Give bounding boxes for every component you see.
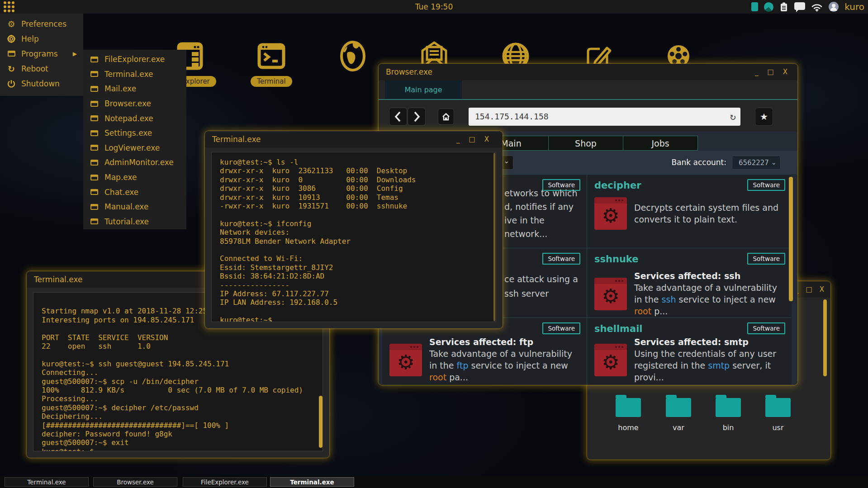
url-input[interactable]: 154.175.144.158 ↻ <box>469 108 740 126</box>
desktop-icon-terminal[interactable]: Terminal <box>253 38 289 87</box>
software-name[interactable]: sshnuke <box>594 254 639 265</box>
home-button[interactable] <box>438 109 454 125</box>
tab-underline <box>379 99 797 100</box>
card-subtitle: Services affected: smtp <box>634 337 784 347</box>
bank-account-value: 6562227 <box>739 159 769 167</box>
star-icon: ★ <box>760 111 768 122</box>
window-icon <box>90 218 98 224</box>
bank-account-dropdown[interactable]: 6562227 ⌄ <box>732 156 781 170</box>
chevron-down-icon: ⌄ <box>771 156 777 169</box>
submenu-item-logviewer[interactable]: LogViewer.exe <box>83 141 186 156</box>
window-terminal-main: Terminal.exe _ □ X kuro@test:~$ ls -l dr… <box>205 131 503 328</box>
clock: Tue 19:50 <box>0 2 868 11</box>
window-icon <box>6 49 16 59</box>
submenu-item-tutorial[interactable]: Tutorial.exe <box>83 214 186 229</box>
clipboard-icon[interactable] <box>779 2 788 12</box>
browser-page-tab[interactable]: Main page <box>385 80 462 99</box>
url-text: 154.175.144.158 <box>475 112 549 121</box>
close-button[interactable]: X <box>820 286 824 293</box>
folder-label: bin <box>723 423 734 432</box>
close-button[interactable]: X <box>484 136 489 143</box>
app-icon: ⚙ <box>594 278 627 310</box>
reload-icon[interactable]: ↻ <box>730 108 736 126</box>
taskbar-item-browser[interactable]: Browser.exe <box>93 477 177 487</box>
submenu-item-map[interactable]: Map.exe <box>83 170 186 185</box>
software-card-decipher[interactable]: decipher Software ⚙ Decrypts certain sys… <box>587 175 792 248</box>
fileexplorer-scrollbar[interactable] <box>823 299 827 376</box>
gear-icon: ⚙ <box>602 286 619 306</box>
forward-button[interactable] <box>408 108 426 126</box>
terminal-icon <box>253 38 289 74</box>
battery-icon[interactable] <box>751 2 758 11</box>
submenu-item-chat[interactable]: Chat.exe <box>83 185 186 199</box>
chat-icon[interactable] <box>794 2 805 10</box>
submenu-item-settings[interactable]: Settings.exe <box>83 126 186 141</box>
window-icon <box>90 204 98 210</box>
software-name[interactable]: shellmail <box>594 323 643 334</box>
folder-label: usr <box>772 423 783 432</box>
tab-shop[interactable]: Shop <box>548 136 623 151</box>
browser-titlebar[interactable]: Browser.exe _ □ X <box>379 64 797 80</box>
taskbar-item-fileexplorer[interactable]: FileExplorer.exe <box>183 477 267 487</box>
maximize-button[interactable]: □ <box>768 69 774 76</box>
maximize-button[interactable]: □ <box>469 136 475 143</box>
software-card-sshnuke[interactable]: sshnuke Software ⚙ Services affected: ss… <box>587 248 792 317</box>
desktop-background: FileExplorer Terminal <box>0 0 868 488</box>
folder-home[interactable]: home <box>603 394 653 432</box>
menu-item-shutdown[interactable]: Shutdown <box>0 76 83 91</box>
desktop-icon-map[interactable] <box>335 38 371 87</box>
submenu-item-fileexplorer[interactable]: FileExplorer.exe <box>83 52 186 67</box>
user-avatar[interactable] <box>829 2 839 12</box>
submenu-item-browser[interactable]: Browser.exe <box>83 96 186 111</box>
menu-item-help[interactable]: Help <box>0 31 83 46</box>
menu-item-reboot[interactable]: ↻ Reboot <box>0 61 83 76</box>
tab-jobs[interactable]: Jobs <box>623 136 698 151</box>
bookmark-button[interactable]: ★ <box>755 108 773 126</box>
submenu-item-notepad[interactable]: Notepad.exe <box>83 111 186 126</box>
folder-bin[interactable]: bin <box>703 394 753 432</box>
terminal-titlebar[interactable]: Terminal.exe _ □ X <box>205 131 503 147</box>
submenu-item-terminal[interactable]: Terminal.exe <box>83 67 186 82</box>
folder-usr[interactable]: usr <box>753 394 803 432</box>
back-button[interactable] <box>389 108 407 126</box>
window-icon <box>90 57 98 62</box>
folder-label: home <box>618 423 638 432</box>
submenu-arrow-icon: ▶ <box>73 51 77 57</box>
bank-account-label: Bank account: <box>671 158 726 167</box>
gear-icon: ⚙ <box>602 206 619 226</box>
resource-pie-icon[interactable] <box>764 2 773 12</box>
folder-icon <box>716 398 741 417</box>
software-name[interactable]: decipher <box>594 180 641 191</box>
minimize-button[interactable]: _ <box>755 69 759 76</box>
taskbar-item-terminal-1[interactable]: Terminal.exe <box>5 477 89 487</box>
window-title: Browser.exe <box>386 67 432 76</box>
window-icon <box>90 86 98 92</box>
start-menu: ⚙ Preferences Help Programs ▶ ↻ Reboot S… <box>0 14 83 96</box>
menu-item-preferences[interactable]: ⚙ Preferences <box>0 16 83 31</box>
browser-scrollbar[interactable] <box>789 177 793 301</box>
folder-var[interactable]: var <box>654 394 703 432</box>
software-badge: Software <box>747 179 785 191</box>
folder-icon <box>666 398 691 417</box>
gear-icon: ⚙ <box>602 352 619 372</box>
card-description: ce attack using a ssh server <box>504 272 578 301</box>
card-subtitle: Services affected: ftp <box>429 337 579 347</box>
terminal-scrollbar[interactable] <box>319 396 323 448</box>
icon-label: Terminal <box>251 76 292 87</box>
software-card-shellmail[interactable]: shellmail Software ⚙ Services affected: … <box>587 318 792 385</box>
terminal-scrollbar[interactable] <box>493 153 495 321</box>
minimize-button[interactable]: _ <box>456 136 460 143</box>
software-badge: Software <box>542 322 580 334</box>
wifi-icon[interactable] <box>811 2 823 12</box>
folder-icon <box>765 398 791 417</box>
terminal-output[interactable]: kuro@test:~$ ls -l drwxr-xr-x kuro 23621… <box>211 152 496 322</box>
chevron-left-icon <box>394 110 402 123</box>
submenu-item-mail[interactable]: Mail.exe <box>83 81 186 96</box>
taskbar-item-terminal-2[interactable]: Terminal.exe <box>270 477 354 487</box>
submenu-item-manual[interactable]: Manual.exe <box>83 199 186 214</box>
menu-item-programs[interactable]: Programs ▶ <box>0 46 83 61</box>
maximize-button[interactable]: □ <box>806 286 812 293</box>
close-button[interactable]: X <box>783 69 787 76</box>
home-icon <box>441 112 451 121</box>
submenu-item-adminmonitor[interactable]: AdminMonitor.exe <box>83 155 186 170</box>
